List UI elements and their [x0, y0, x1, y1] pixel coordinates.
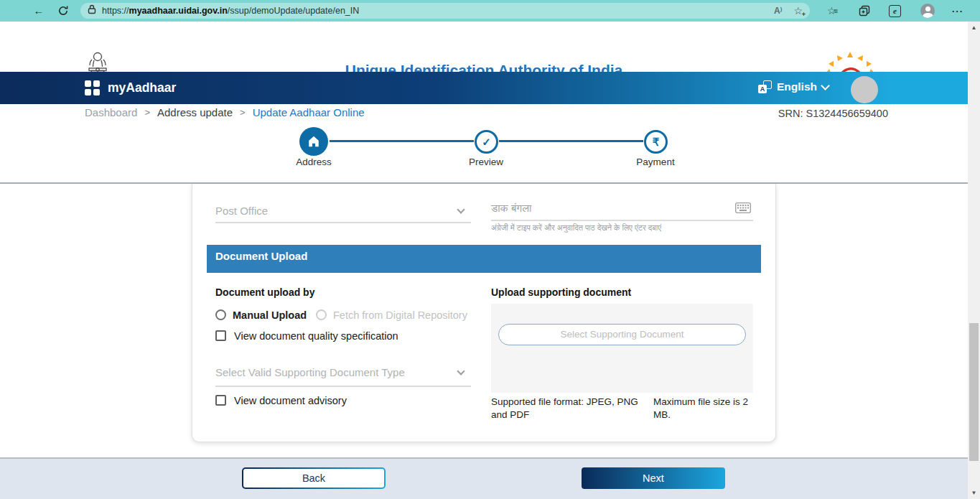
- file-format-note: Supported file format: JPEG, PNG and PDF: [491, 396, 653, 421]
- chevron-down-icon: [821, 81, 830, 90]
- quality-spec-label[interactable]: View document quality specification: [234, 330, 398, 342]
- update-form-card: Post Office डाक बंगला अंग्रेजी में टाइप …: [192, 184, 776, 442]
- breadcrumb-current: Update Aadhaar Online: [253, 106, 365, 118]
- transliteration-helper-text: अंग्रेजी में टाइप करें और अनुवादित पाठ द…: [491, 223, 753, 233]
- site-header: Unique Identification Authority of India: [0, 22, 968, 72]
- breadcrumb: Dashboard > Address update > Update Aadh…: [85, 106, 365, 118]
- breadcrumb-separator: >: [240, 107, 246, 118]
- myaadhaar-grid-icon: [85, 80, 100, 95]
- transliteration-input[interactable]: डाक बंगला: [491, 202, 531, 215]
- check-icon: ✓: [482, 136, 491, 149]
- document-upload-by-label: Document upload by: [215, 286, 314, 298]
- collections-icon[interactable]: [859, 0, 870, 22]
- step-label-preview: Preview: [443, 157, 529, 167]
- srn-number: SRN: S1324456659400: [778, 108, 888, 119]
- breadcrumb-address-update[interactable]: Address update: [157, 106, 233, 118]
- back-button[interactable]: Back: [242, 467, 386, 489]
- language-label: English: [777, 80, 817, 93]
- step-label-address: Address: [271, 157, 357, 167]
- url-text: https://myaadhaar.uidai.gov.in/ssup/demo…: [102, 6, 359, 16]
- myaadhaar-appbar: myAadhaar A English: [0, 72, 968, 104]
- next-button[interactable]: Next: [582, 467, 725, 489]
- fetch-repository-radio: [316, 309, 327, 320]
- browser-menu-icon[interactable]: ···: [952, 0, 963, 22]
- page-scrollbar[interactable]: ▲ ▼: [968, 22, 980, 499]
- browser-back-icon[interactable]: ←: [32, 0, 46, 22]
- breadcrumb-separator: >: [144, 107, 150, 118]
- step-address[interactable]: [299, 127, 328, 156]
- field-underline: [215, 386, 471, 387]
- field-underline: [215, 222, 471, 223]
- translate-icon: A: [758, 80, 772, 93]
- step-label-payment: Payment: [612, 157, 699, 167]
- stepper-connector: [330, 140, 474, 142]
- favorites-hub-icon[interactable]: ☆≡: [827, 0, 838, 22]
- document-type-select[interactable]: Select Valid Supporting Document Type: [215, 366, 405, 378]
- home-icon: [307, 135, 320, 148]
- scroll-up-icon[interactable]: ▲: [968, 24, 980, 31]
- scrollbar-thumb[interactable]: [969, 323, 979, 461]
- lock-icon: [88, 4, 96, 17]
- address-bar[interactable]: https://myaadhaar.uidai.gov.in/ssup/demo…: [80, 3, 810, 19]
- back-button-label: Back: [243, 469, 384, 488]
- footer-action-bar: Back Next: [0, 457, 968, 499]
- chevron-down-icon: [457, 205, 465, 213]
- document-upload-section-header: Document Upload: [207, 245, 761, 273]
- breadcrumb-dashboard[interactable]: Dashboard: [85, 106, 137, 118]
- stepper-connector: [499, 140, 643, 142]
- browser-refresh-icon[interactable]: [57, 5, 69, 17]
- ie-mode-icon[interactable]: e: [889, 0, 901, 22]
- upload-dropzone: Select Supporting Document: [491, 304, 753, 393]
- manual-upload-label[interactable]: Manual Upload: [233, 309, 307, 321]
- field-underline: [491, 220, 753, 221]
- keyboard-icon[interactable]: [735, 202, 751, 216]
- language-selector[interactable]: A English: [758, 80, 829, 93]
- file-size-note: Maximum file size is 2 MB.: [653, 396, 761, 421]
- step-preview[interactable]: ✓: [475, 130, 498, 154]
- scroll-down-icon[interactable]: ▼: [968, 490, 980, 496]
- app-root: ← https://myaadhaar.uidai.gov.in/ssup/de…: [0, 0, 980, 499]
- step-payment[interactable]: ₹: [644, 130, 668, 154]
- post-office-select[interactable]: Post Office: [215, 205, 268, 217]
- quality-spec-checkbox[interactable]: [215, 330, 226, 341]
- rupee-icon: ₹: [653, 136, 660, 149]
- select-supporting-document-button[interactable]: Select Supporting Document: [498, 324, 746, 345]
- brand-name: myAadhaar: [108, 80, 176, 95]
- upload-supporting-document-label: Upload supporting document: [491, 286, 631, 298]
- browser-profile-avatar[interactable]: [920, 0, 935, 22]
- chevron-down-icon: [457, 367, 465, 375]
- manual-upload-radio[interactable]: [215, 309, 226, 320]
- user-avatar[interactable]: [851, 76, 878, 103]
- fetch-repository-label: Fetch from Digital Repository: [333, 309, 467, 321]
- advisory-checkbox[interactable]: [215, 395, 226, 406]
- advisory-label[interactable]: View document advisory: [234, 395, 347, 406]
- browser-toolbar: ← https://myaadhaar.uidai.gov.in/ssup/de…: [0, 0, 980, 22]
- add-favorite-icon[interactable]: ☆+: [793, 5, 803, 17]
- read-aloud-icon[interactable]: A): [774, 6, 782, 16]
